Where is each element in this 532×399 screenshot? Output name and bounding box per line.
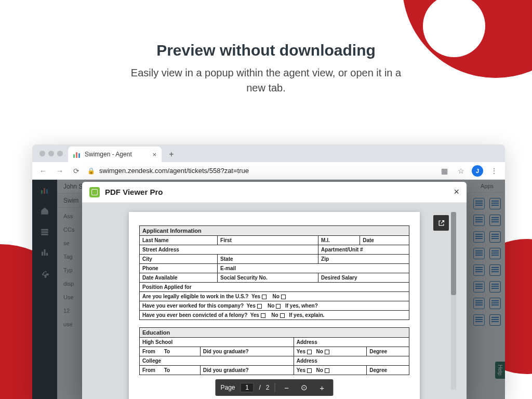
scrollbar[interactable] [451,212,456,390]
form-cell: Social Security No. [218,273,318,283]
form-cell: College [140,356,294,366]
file-icon[interactable] [489,248,501,259]
form-cell: Are you legally eligible to work in the … [140,292,409,301]
file-icon[interactable] [473,264,485,276]
hero-subtitle: Easily view in a popup within the agent … [126,65,406,96]
file-icon[interactable] [489,264,501,276]
star-icon[interactable]: ☆ [455,167,467,175]
form-cell: Have you ever worked for this company? Y… [140,301,409,311]
new-tab-button[interactable]: + [165,148,178,161]
form-cell: Desired Salary [318,273,409,283]
form-cell: Did you graduate? [200,366,294,375]
form-cell: Date Available [140,273,218,283]
page-total: 2 [266,384,270,391]
left-nav [32,180,57,399]
nav-reports-icon[interactable] [39,247,50,258]
scrollbar-thumb[interactable] [451,212,456,295]
form-cell: Zip [318,255,409,264]
help-tab[interactable]: Help [495,362,505,379]
toolbar-divider [275,383,275,392]
form-cell: Address [294,356,409,366]
favicon-icon [73,151,81,158]
file-icon[interactable] [489,215,501,226]
address-bar[interactable]: 🔒 swimgen.zendesk.com/agent/tickets/558?… [87,167,433,175]
pdf-viewport[interactable]: Applicant Information Last Name First M.… [82,203,467,399]
form-cell: Degree [367,366,409,375]
file-icon[interactable] [473,248,485,259]
modal-close-button[interactable]: × [454,187,459,197]
form-cell: Yes No [294,347,366,356]
pdf-page: Applicant Information Last Name First M.… [129,212,420,399]
modal-title: PDF Viewer Pro [105,188,163,196]
form-cell: Street Address [140,245,318,255]
file-icon[interactable] [489,231,501,243]
file-icon[interactable] [489,281,501,292]
file-icon[interactable] [489,314,501,326]
browser-menu-button[interactable]: ⋮ [488,167,500,175]
file-icon[interactable] [473,198,485,209]
form-education: Education High School Address From To Di… [139,327,409,375]
form-cell: Have you ever been convicted of a felony… [140,311,409,320]
apps-panel-title[interactable]: Apps [469,180,505,193]
page-label: Page [220,384,235,391]
form-cell: From To [140,366,201,375]
form-cell: Position Applied for [140,283,409,292]
form-cell: Date [360,236,409,245]
back-button[interactable]: ← [37,167,49,175]
file-icon[interactable] [473,281,485,292]
attachments-grid [469,193,505,331]
hero-title: Preview without downloading [0,42,532,59]
form-cell: From To [140,347,201,356]
tab-item[interactable]: Swim [63,197,78,204]
browser-toolbar: ← → ⟳ 🔒 swimgen.zendesk.com/agent/ticket… [32,162,505,180]
page-input[interactable]: 1 [241,383,254,392]
browser-tab-title: Swimgen - Agent [85,151,132,158]
form-cell: Phone [140,264,218,273]
zoom-in-button[interactable]: + [316,381,328,394]
form-cell: Apartment/Unit # [318,245,409,255]
window-max-icon[interactable] [57,151,63,156]
form-cell: Address [294,338,409,347]
file-icon[interactable] [473,215,485,226]
form-cell: E-mail [218,264,409,273]
zoom-reset-button[interactable]: ⊙ [298,381,311,394]
form-cell: First [218,236,318,245]
nav-admin-icon[interactable] [39,268,50,278]
form-cell: High School [140,338,294,347]
zoom-out-button[interactable]: − [281,381,293,394]
form-cell: City [140,255,218,264]
forward-button[interactable]: → [54,167,65,175]
tab-close-icon[interactable]: × [152,151,156,158]
nav-home-icon[interactable] [39,206,50,216]
page-sep: / [259,384,261,391]
form-cell: M.I. [318,236,360,245]
zendesk-app: John Smith · Applicati… Swim Ass CCs se … [32,180,505,399]
nav-views-icon[interactable] [39,227,50,237]
lock-icon: 🔒 [87,167,95,175]
reload-button[interactable]: ⟳ [71,167,82,175]
open-new-tab-button[interactable] [433,215,449,231]
url-text: swimgen.zendesk.com/agent/tickets/558?za… [99,167,249,175]
file-icon[interactable] [473,298,485,309]
pdf-toolbar: Page 1 / 2 − ⊙ + [215,379,333,396]
form-cell: Last Name [140,236,218,245]
file-icon[interactable] [473,231,485,243]
form-applicant-info: Applicant Information Last Name First M.… [139,225,409,320]
qr-icon[interactable]: ▦ [438,167,450,175]
pdf-viewer-modal: PDF Viewer Pro × Applicant Information L… [82,182,467,399]
form-cell: State [218,255,318,264]
section-header: Applicant Information [140,226,409,236]
window-controls[interactable] [39,151,63,156]
file-icon[interactable] [473,314,485,326]
file-icon[interactable] [489,298,501,309]
browser-tab[interactable]: Swimgen - Agent × [68,147,162,162]
browser-tabstrip: Swimgen - Agent × + [32,144,505,162]
form-cell: Degree [367,347,409,356]
modal-header: PDF Viewer Pro × [82,182,467,203]
form-cell: Did you graduate? [200,347,294,356]
window-close-icon[interactable] [39,151,45,156]
file-icon[interactable] [489,198,501,209]
nav-logo-icon[interactable] [39,185,50,195]
profile-avatar[interactable]: J [472,165,483,177]
window-min-icon[interactable] [48,151,54,156]
